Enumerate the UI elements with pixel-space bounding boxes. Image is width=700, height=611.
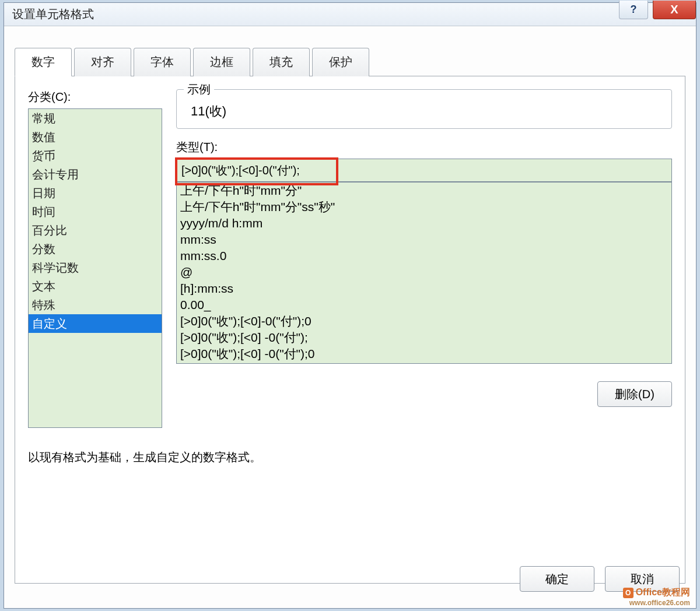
type-option[interactable]: mm:ss [180, 231, 668, 248]
hint-text: 以现有格式为基础，生成自定义的数字格式。 [28, 450, 261, 465]
close-button[interactable]: X [653, 1, 696, 19]
type-option[interactable]: 上午/下午h"时"mm"分" [180, 182, 668, 199]
number-panel: 分类(C): 常规 数值 货币 会计专用 日期 时间 百分比 分数 科学记数 文… [15, 76, 685, 584]
tab-strip: 数字 对齐 字体 边框 填充 保护 [15, 47, 685, 76]
content-area: 数字 对齐 字体 边框 填充 保护 分类(C): 常规 数值 货币 会计专用 日… [4, 47, 696, 594]
watermark-sub: www.office26.com [623, 599, 690, 607]
type-option[interactable]: [h]:mm:ss [180, 280, 668, 297]
type-option[interactable]: @ [180, 264, 668, 280]
category-item-scientific[interactable]: 科学记数 [29, 258, 162, 277]
delete-button[interactable]: 删除(D) [597, 381, 672, 407]
category-item-number[interactable]: 数值 [29, 128, 162, 146]
format-cells-dialog: 设置单元格格式 ? X 数字 对齐 字体 边框 填充 保护 分类(C): 常规 … [4, 2, 696, 609]
type-label: 类型(T): [176, 139, 672, 155]
ok-button[interactable]: 确定 [520, 566, 594, 592]
titlebar: 设置单元格格式 ? X [4, 3, 696, 26]
dialog-title: 设置单元格格式 [12, 6, 94, 22]
details-column: 示例 11(收) 类型(T): 上午/下午h"时"mm"分" 上午/下午h"时"… [176, 89, 672, 407]
sample-legend: 示例 [184, 82, 214, 97]
type-option[interactable]: [>0]0("收");[<0] -0("付");0 [180, 346, 668, 362]
type-option[interactable]: [>0]0("收");[<0]-0("付");0 [180, 313, 668, 329]
close-icon: X [670, 3, 678, 16]
category-label: 分类(C): [28, 89, 168, 105]
category-item-special[interactable]: 特殊 [29, 296, 162, 314]
sample-value: 11(收) [186, 103, 662, 120]
delete-row: 删除(D) [176, 381, 672, 407]
cancel-button[interactable]: 取消 [605, 566, 680, 592]
category-item-accounting[interactable]: 会计专用 [29, 165, 162, 184]
sample-group: 示例 11(收) [176, 89, 672, 129]
category-item-date[interactable]: 日期 [29, 184, 162, 202]
category-item-currency[interactable]: 货币 [29, 146, 162, 165]
type-option[interactable]: mm:ss.0 [180, 248, 668, 264]
tab-alignment[interactable]: 对齐 [74, 48, 131, 76]
category-item-custom[interactable]: 自定义 [29, 314, 162, 333]
category-item-fraction[interactable]: 分数 [29, 240, 162, 258]
type-input[interactable] [176, 159, 672, 182]
type-input-wrap [176, 159, 672, 182]
category-item-text[interactable]: 文本 [29, 277, 162, 296]
tab-border[interactable]: 边框 [193, 48, 250, 76]
type-option[interactable]: 0.00_ [180, 297, 668, 313]
help-icon: ? [631, 3, 637, 16]
type-option[interactable]: yyyy/m/d h:mm [180, 215, 668, 231]
category-listbox[interactable]: 常规 数值 货币 会计专用 日期 时间 百分比 分数 科学记数 文本 特殊 自定… [28, 108, 162, 428]
category-item-general[interactable]: 常规 [29, 109, 162, 128]
category-item-time[interactable]: 时间 [29, 202, 162, 221]
titlebar-buttons: ? X [619, 1, 696, 19]
footer-buttons: 确定 取消 [520, 566, 680, 592]
tab-protection[interactable]: 保护 [312, 48, 369, 76]
type-option[interactable]: 上午/下午h"时"mm"分"ss"秒" [180, 199, 668, 215]
type-option[interactable]: [>0]0("收");[<0] -0("付"); [180, 329, 668, 346]
help-button[interactable]: ? [619, 1, 648, 19]
tab-fill[interactable]: 填充 [253, 48, 310, 76]
category-item-percentage[interactable]: 百分比 [29, 221, 162, 240]
tab-font[interactable]: 字体 [134, 48, 191, 76]
types-listbox[interactable]: 上午/下午h"时"mm"分" 上午/下午h"时"mm"分"ss"秒" yyyy/… [176, 182, 672, 364]
category-column: 分类(C): 常规 数值 货币 会计专用 日期 时间 百分比 分数 科学记数 文… [28, 89, 168, 428]
tab-number[interactable]: 数字 [15, 48, 72, 76]
